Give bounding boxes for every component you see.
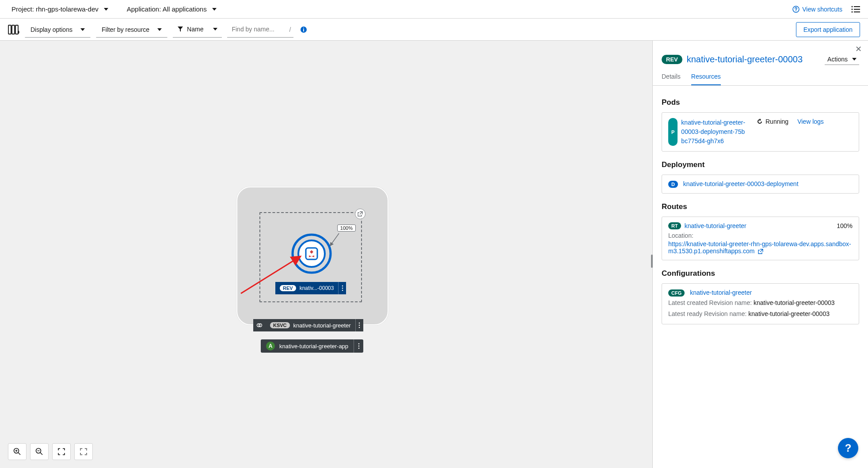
svg-rect-14 (303, 29, 304, 31)
question-circle-icon (792, 6, 799, 13)
revision-kebab-icon[interactable] (338, 282, 346, 294)
funnel-icon (177, 26, 183, 32)
close-icon[interactable]: ✕ (855, 44, 862, 54)
svg-point-25 (359, 327, 360, 328)
display-options-dropdown[interactable]: Display options (25, 22, 91, 38)
svg-rect-3 (854, 6, 860, 7)
latest-created-value: knative-tutorial-greeter-00003 (754, 299, 835, 306)
pod-ring[interactable] (291, 233, 332, 274)
svg-line-35 (40, 453, 42, 455)
name-label: Name (187, 26, 203, 33)
external-link-icon (758, 249, 763, 254)
latest-created-label: Latest created Revision name: (668, 299, 752, 306)
svg-point-6 (852, 11, 853, 12)
open-url-icon[interactable] (355, 209, 365, 219)
project-bar: Project: rhn-gps-tolarewa-dev Applicatio… (0, 0, 868, 19)
app-kebab-icon[interactable] (354, 339, 363, 353)
svg-text:+: + (17, 29, 19, 35)
ksvc-pill: KSVC (270, 322, 290, 328)
ksvc-label: knative-tutorial-greeter (293, 322, 351, 329)
search-input[interactable] (227, 22, 293, 38)
svg-point-4 (852, 8, 853, 10)
svg-point-1 (796, 10, 796, 11)
actions-dropdown[interactable]: Actions (825, 54, 859, 65)
caret-down-icon (212, 8, 217, 11)
panel-tabs: Details Resources (653, 65, 868, 86)
view-shortcuts-label: View shortcuts (802, 6, 842, 13)
route-name-link[interactable]: knative-tutorial-greeter (685, 222, 746, 229)
svg-rect-7 (854, 11, 860, 12)
project-label: Project: rhn-gps-tolarewa-dev (11, 5, 99, 13)
caret-down-icon (80, 28, 85, 31)
config-badge: CFG (668, 289, 685, 297)
resize-handle[interactable] (651, 255, 653, 268)
svg-rect-9 (12, 25, 15, 34)
topology-view-icon[interactable]: + (8, 24, 19, 35)
ksvc-node[interactable]: KSVC knative-tutorial-greeter (253, 319, 363, 331)
view-shortcuts-link[interactable]: View shortcuts (792, 6, 842, 13)
svg-point-24 (359, 325, 360, 326)
svg-point-19 (342, 288, 343, 289)
export-application-button[interactable]: Export application (796, 22, 860, 37)
zoom-controls (8, 443, 93, 460)
configurations-heading: Configurations (662, 269, 859, 278)
sidepanel: ✕ REV knative-tutorial-greeter-00003 Act… (652, 41, 868, 468)
application-node[interactable]: A knative-tutorial-greeter-app (261, 339, 363, 353)
revision-node[interactable]: REV knativ...-00003 (275, 282, 346, 294)
filter-label: Filter by resource (102, 26, 149, 33)
fit-to-screen-button[interactable] (52, 443, 71, 460)
tab-resources[interactable]: Resources (691, 73, 721, 85)
topology-canvas[interactable]: 100% REV (0, 41, 652, 468)
panel-title[interactable]: knative-tutorial-greeter-00003 (687, 54, 803, 65)
deployment-badge: D (668, 181, 678, 188)
tab-details[interactable]: Details (662, 73, 681, 85)
topology-toolbar: + Display options Filter by resource Nam… (0, 19, 868, 41)
rev-badge: REV (662, 55, 682, 64)
ksvc-toggle-icon[interactable] (253, 319, 266, 331)
config-name-link[interactable]: knative-tutorial-greeter (690, 289, 752, 296)
ksvc-kebab-icon[interactable] (355, 319, 363, 331)
caret-down-icon (213, 28, 217, 30)
route-card: RT knative-tutorial-greeter 100% Locatio… (662, 217, 859, 260)
info-icon[interactable] (299, 25, 308, 34)
pods-heading: Pods (662, 98, 859, 107)
svg-point-27 (358, 346, 359, 347)
deployment-heading: Deployment (662, 160, 859, 169)
pod-name-link[interactable]: knative-tutorial-greeter-00003-deploymen… (681, 118, 748, 146)
zoom-in-button[interactable] (8, 443, 27, 460)
application-label: Application: All applications (127, 5, 207, 13)
deployment-name-link[interactable]: knative-tutorial-greeter-00003-deploymen… (683, 180, 799, 187)
sync-icon (757, 118, 763, 125)
zoom-out-button[interactable] (30, 443, 49, 460)
app-pill: A (266, 342, 275, 350)
knative-service-box: 100% REV (259, 212, 362, 302)
pod-card: P knative-tutorial-greeter-00003-deploym… (662, 112, 859, 152)
filter-by-resource-dropdown[interactable]: Filter by resource (96, 22, 168, 38)
help-button[interactable]: ? (838, 438, 858, 458)
application-dropdown[interactable]: Application: All applications (123, 4, 220, 15)
pod-badge: P (668, 118, 678, 146)
route-pct: 100% (837, 222, 853, 229)
svg-point-26 (358, 343, 359, 345)
view-logs-link[interactable]: View logs (797, 118, 824, 125)
config-card: CFG knative-tutorial-greeter Latest crea… (662, 283, 859, 324)
latest-ready-label: Latest ready Revision name: (668, 310, 746, 317)
application-group[interactable]: 100% REV (236, 186, 388, 325)
svg-point-18 (342, 285, 343, 287)
slash-hint: / (289, 26, 291, 33)
svg-point-28 (358, 348, 359, 349)
svg-point-2 (852, 6, 853, 7)
latest-ready-value: knative-tutorial-greeter-00003 (748, 310, 830, 317)
svg-point-13 (303, 27, 304, 28)
display-options-label: Display options (30, 26, 72, 33)
rev-label: knativ...-00003 (300, 285, 334, 291)
svg-rect-5 (854, 9, 860, 10)
list-view-button[interactable] (851, 5, 860, 13)
pod-status: Running (757, 118, 788, 125)
reset-view-button[interactable] (74, 443, 93, 460)
routes-heading: Routes (662, 202, 859, 211)
name-filter-dropdown[interactable]: Name (173, 22, 222, 38)
project-dropdown[interactable]: Project: rhn-gps-tolarewa-dev (8, 4, 112, 15)
caret-down-icon (852, 58, 857, 61)
rev-pill: REV (280, 285, 296, 291)
